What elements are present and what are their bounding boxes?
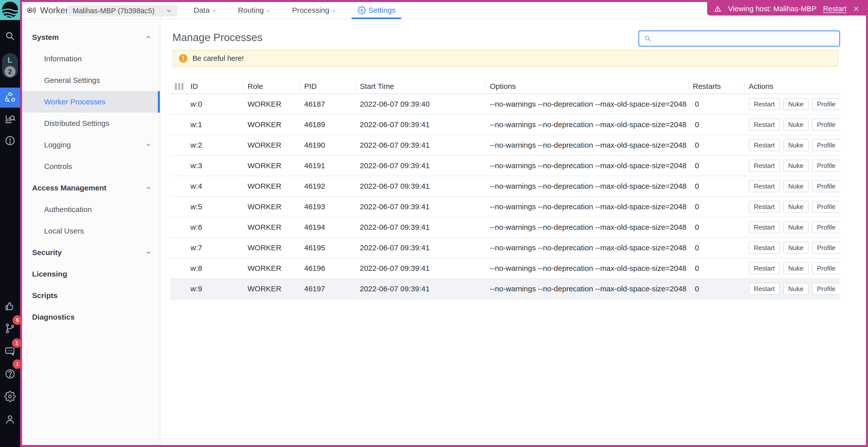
nuke-button[interactable]: Nuke <box>783 139 809 151</box>
nuke-button[interactable]: Nuke <box>783 160 809 172</box>
nuke-button[interactable]: Nuke <box>783 98 809 110</box>
help-icon[interactable] <box>0 368 20 380</box>
viewing-host-border-right <box>866 0 868 447</box>
nuke-button[interactable]: Nuke <box>783 262 809 274</box>
warning-triangle-icon <box>714 5 722 13</box>
profile-button[interactable]: Profile <box>812 283 840 295</box>
cell-role: WORKER <box>243 182 300 191</box>
profile-button[interactable]: Profile <box>812 180 840 192</box>
sidebar-item-distributed-settings[interactable]: Distributed Settings <box>22 113 160 134</box>
sidebar-item-worker-processes[interactable]: Worker Processes <box>22 91 160 113</box>
sidebar-item-label: General Settings <box>44 76 100 84</box>
feedback-thumbs-up-icon[interactable] <box>0 300 20 313</box>
restart-button[interactable]: Restart <box>749 262 780 274</box>
restart-button[interactable]: Restart <box>749 139 780 151</box>
cell-pid: 46187 <box>300 100 355 108</box>
nav-item-label: Settings <box>368 6 395 14</box>
banner-restart-link[interactable]: Restart <box>823 5 846 13</box>
sidebar-item-licensing[interactable]: Licensing <box>22 263 160 285</box>
table-row: w:5WORKER461932022-06-07 09:39:41--no-wa… <box>170 197 840 217</box>
restart-button[interactable]: Restart <box>749 221 780 233</box>
nav-item-data[interactable]: Data <box>194 6 216 14</box>
nuke-button[interactable]: Nuke <box>783 180 809 192</box>
cell-pid: 46193 <box>300 203 355 211</box>
profile-button[interactable]: Profile <box>812 262 840 274</box>
account-user-icon[interactable] <box>0 413 20 426</box>
chevron-down-icon <box>332 8 336 13</box>
cell-id: w:5 <box>170 203 243 211</box>
restart-button[interactable]: Restart <box>749 160 780 172</box>
search-icon[interactable] <box>0 30 20 42</box>
sidebar-item-label: Logging <box>44 141 71 149</box>
chevron-down-icon <box>266 8 271 13</box>
avatar-initial: L <box>2 56 18 65</box>
cell-role: WORKER <box>243 264 300 273</box>
sidebar-item-scripts[interactable]: Scripts <box>22 285 160 306</box>
sidebar-item-security[interactable]: Security <box>22 242 160 263</box>
nuke-button[interactable]: Nuke <box>783 201 809 213</box>
restart-button[interactable]: Restart <box>749 98 780 110</box>
sidebar-item-authentication[interactable]: Authentication <box>22 199 160 220</box>
sidebar-item-general-settings[interactable]: General Settings <box>22 70 160 91</box>
cell-start_time: 2022-06-07 09:39:40 <box>355 100 485 108</box>
avatar[interactable]: L 2 <box>2 53 18 78</box>
nav-item-label: Routing <box>238 6 264 14</box>
sidebar-item-label: System <box>32 33 59 41</box>
avatar-count-badge: 2 <box>4 66 16 77</box>
nuke-button[interactable]: Nuke <box>783 221 809 233</box>
sidebar-item-local-users[interactable]: Local Users <box>22 220 160 242</box>
profile-button[interactable]: Profile <box>812 242 840 254</box>
profile-button[interactable]: Profile <box>812 201 840 213</box>
restart-button[interactable]: Restart <box>749 118 780 131</box>
nav-item-settings[interactable]: Settings <box>358 6 395 14</box>
sidebar-item-logging[interactable]: Logging <box>22 134 160 156</box>
sidebar-item-access-management[interactable]: Access Management <box>22 177 160 199</box>
search-input[interactable] <box>655 35 835 43</box>
profile-button[interactable]: Profile <box>812 139 840 151</box>
monitoring-icon[interactable] <box>0 113 20 126</box>
cell-start_time: 2022-06-07 09:39:41 <box>355 121 485 129</box>
close-icon[interactable] <box>853 5 860 12</box>
profile-button[interactable]: Profile <box>812 221 840 233</box>
column-header-label: ID <box>190 82 198 91</box>
sidebar-item-controls[interactable]: Controls <box>22 156 160 177</box>
cell-pid: 46194 <box>300 223 355 232</box>
host-select-dropdown[interactable]: Malihas-MBP (7b398ac5) <box>67 5 178 16</box>
cell-id: w:9 <box>170 284 243 293</box>
restart-button[interactable]: Restart <box>749 242 780 254</box>
nuke-button[interactable]: Nuke <box>783 118 809 131</box>
sidebar-item-diagnostics[interactable]: Diagnostics <box>22 306 160 328</box>
nuke-button[interactable]: Nuke <box>783 283 809 295</box>
cell-pid: 46195 <box>300 243 355 252</box>
sidebar-item-label: Diagnostics <box>32 313 75 321</box>
profile-button[interactable]: Profile <box>812 98 840 110</box>
column-settings-grip-icon[interactable] <box>175 83 185 90</box>
cell-id: w:2 <box>170 141 243 149</box>
nav-item-routing[interactable]: Routing <box>238 6 270 14</box>
cell-role: WORKER <box>243 141 300 149</box>
nav-item-processing[interactable]: Processing <box>292 6 336 14</box>
sidebar-item-label: Security <box>32 248 62 257</box>
restart-button[interactable]: Restart <box>749 201 780 213</box>
cell-pid: 46189 <box>300 121 355 129</box>
chevron-down-icon <box>145 249 151 255</box>
restart-button[interactable]: Restart <box>749 180 780 192</box>
sidebar-item-information[interactable]: Information <box>22 48 160 70</box>
cell-actions: RestartNukeProfile <box>744 139 840 151</box>
nav-item-label: Processing <box>292 6 329 14</box>
profile-button[interactable]: Profile <box>812 118 840 131</box>
settings-gear-icon[interactable] <box>0 390 20 403</box>
restart-button[interactable]: Restart <box>749 283 780 295</box>
cell-actions: RestartNukeProfile <box>744 262 840 274</box>
product-name: Worker <box>40 5 68 15</box>
cell-id: w:7 <box>170 243 243 252</box>
sidebar-item-system[interactable]: System <box>22 27 160 48</box>
process-search-box[interactable] <box>639 31 840 46</box>
notifications-icon[interactable] <box>0 134 20 147</box>
worker-cluster-icon[interactable] <box>0 88 20 108</box>
nuke-button[interactable]: Nuke <box>783 242 809 254</box>
sidebar-item-label: Information <box>44 55 82 63</box>
profile-button[interactable]: Profile <box>812 160 840 172</box>
column-header-options: Options <box>485 79 688 94</box>
viewing-host-text: Viewing host: Malihas-MBP <box>728 5 816 13</box>
